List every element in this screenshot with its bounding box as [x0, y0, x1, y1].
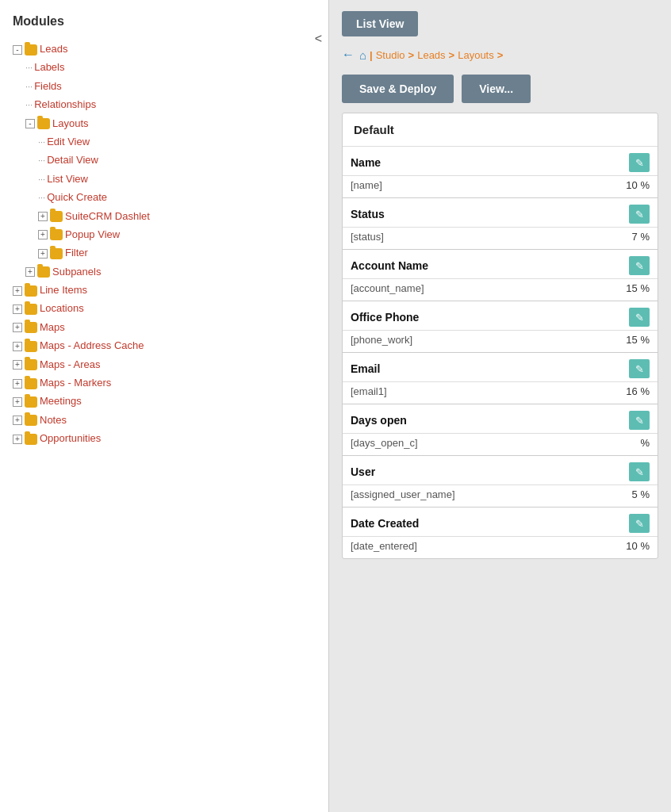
tree-item-maps-areas[interactable]: +Maps - Areas — [6, 355, 328, 373]
tree-label-detail-view[interactable]: Detail View — [47, 154, 98, 166]
tree-item-locations[interactable]: +Locations — [6, 299, 328, 317]
field-percent-account-name: 15 % — [626, 282, 650, 294]
field-key-email: [email1] — [351, 385, 387, 397]
expand-btn-suitecrm-dashlet[interactable]: + — [38, 212, 48, 221]
field-edit-button-name[interactable]: ✎ — [629, 153, 650, 172]
tree-label-labels[interactable]: Labels — [34, 61, 64, 73]
tree-item-maps[interactable]: +Maps — [6, 318, 328, 336]
tree-label-maps-markers[interactable]: Maps - Markers — [40, 377, 111, 389]
tree-item-opportunities[interactable]: +Opportunities — [6, 429, 328, 447]
expand-btn-layouts[interactable]: - — [25, 119, 35, 128]
tree-item-edit-view[interactable]: ···Edit View — [6, 132, 328, 151]
tree-label-maps-address-cache[interactable]: Maps - Address Cache — [40, 339, 144, 351]
connector-relationships: ··· — [25, 98, 33, 113]
tree-item-notes[interactable]: +Notes — [6, 411, 328, 429]
tree-item-detail-view[interactable]: ···Detail View — [6, 151, 328, 169]
tree-item-filter[interactable]: +Filter — [6, 243, 328, 262]
breadcrumb-leads[interactable]: Leads — [417, 49, 445, 61]
field-edit-button-status[interactable]: ✎ — [629, 205, 650, 224]
expand-btn-meetings[interactable]: + — [13, 397, 22, 407]
tree-label-list-view[interactable]: List View — [47, 173, 88, 185]
tree-label-popup-view[interactable]: Popup View — [65, 228, 120, 240]
expand-btn-popup-view[interactable]: + — [38, 230, 48, 239]
expand-btn-line-items[interactable]: + — [13, 286, 22, 296]
tree-item-quick-create[interactable]: ···Quick Create — [6, 188, 328, 206]
field-label-email: Email — [351, 362, 380, 375]
breadcrumb-home-button[interactable]: ⌂ — [359, 48, 366, 62]
expand-btn-notes[interactable]: + — [13, 416, 22, 425]
sidebar: < Modules -Leads···Labels···Fields···Rel… — [0, 0, 329, 812]
tree-label-subpanels[interactable]: Subpanels — [52, 266, 101, 278]
tree-item-fields[interactable]: ···Fields — [6, 77, 328, 95]
tree-label-maps-areas[interactable]: Maps - Areas — [40, 358, 101, 370]
tree-label-meetings[interactable]: Meetings — [40, 395, 82, 407]
tree-label-suitecrm-dashlet[interactable]: SuiteCRM Dashlet — [65, 210, 150, 222]
field-edit-button-date-created[interactable]: ✎ — [629, 514, 650, 533]
tree-label-locations[interactable]: Locations — [40, 302, 84, 314]
tree-label-fields[interactable]: Fields — [34, 80, 62, 92]
tree-item-line-items[interactable]: +Line Items — [6, 281, 328, 299]
expand-btn-filter[interactable]: + — [38, 249, 48, 259]
field-header-office-phone: Office Phone ✎ — [343, 301, 658, 331]
tree-item-maps-address-cache[interactable]: +Maps - Address Cache — [6, 336, 328, 354]
tree-item-list-view[interactable]: ···List View — [6, 170, 328, 188]
tree-label-layouts[interactable]: Layouts — [52, 117, 89, 129]
field-edit-button-account-name[interactable]: ✎ — [629, 256, 650, 275]
expand-btn-subpanels[interactable]: + — [25, 267, 35, 277]
tree-label-line-items[interactable]: Line Items — [40, 284, 87, 296]
tree-item-maps-markers[interactable]: +Maps - Markers — [6, 373, 328, 392]
tree-item-labels[interactable]: ···Labels — [6, 58, 328, 76]
folder-icon-popup-view — [50, 229, 63, 240]
tree-label-quick-create[interactable]: Quick Create — [47, 191, 107, 203]
field-label-date-created: Date Created — [351, 517, 419, 530]
list-view-tab[interactable]: List View — [342, 11, 418, 36]
field-edit-button-days-open[interactable]: ✎ — [629, 411, 650, 430]
tree-item-relationships[interactable]: ···Relationships — [6, 95, 328, 113]
save-deploy-button[interactable]: Save & Deploy — [342, 75, 454, 103]
field-key-name: [name] — [351, 179, 382, 191]
field-edit-button-user[interactable]: ✎ — [629, 462, 650, 481]
view-button[interactable]: View... — [462, 75, 531, 103]
field-row-days-open: Days open ✎ [days_open_c] % — [343, 404, 658, 456]
tree-label-notes[interactable]: Notes — [40, 414, 67, 426]
expand-btn-maps[interactable]: + — [13, 323, 22, 332]
sidebar-collapse-button[interactable]: < — [315, 32, 322, 46]
expand-btn-leads[interactable]: - — [13, 45, 22, 55]
breadcrumb-studio[interactable]: Studio — [376, 49, 405, 61]
tree-label-relationships[interactable]: Relationships — [34, 98, 96, 110]
action-bar: Save & Deploy View... — [329, 70, 671, 113]
field-percent-date-created: 10 % — [626, 540, 650, 552]
field-header-account-name: Account Name ✎ — [343, 250, 658, 279]
connector-quick-create: ··· — [38, 190, 45, 206]
tree-label-opportunities[interactable]: Opportunities — [40, 432, 101, 444]
tree-item-popup-view[interactable]: +Popup View — [6, 225, 328, 243]
tree-item-meetings[interactable]: +Meetings — [6, 392, 328, 410]
tree-label-filter[interactable]: Filter — [65, 247, 88, 259]
tree-label-edit-view[interactable]: Edit View — [47, 136, 90, 147]
field-edit-button-office-phone[interactable]: ✎ — [629, 308, 650, 327]
tree-item-layouts[interactable]: -Layouts — [6, 114, 328, 132]
expand-btn-opportunities[interactable]: + — [13, 435, 22, 444]
breadcrumb-back-button[interactable]: ← — [342, 48, 355, 62]
field-row-status: Status ✎ [status] 7 % — [343, 198, 658, 250]
field-label-office-phone: Office Phone — [351, 311, 419, 324]
field-edit-button-email[interactable]: ✎ — [629, 359, 650, 378]
field-key-user: [assigned_user_name] — [351, 488, 455, 500]
field-percent-status: 7 % — [632, 231, 650, 243]
sidebar-tree: -Leads···Labels···Fields···Relationships… — [0, 36, 328, 812]
folder-icon-opportunities — [25, 434, 37, 445]
expand-btn-maps-markers[interactable]: + — [13, 379, 22, 389]
expand-btn-locations[interactable]: + — [13, 304, 22, 314]
field-key-days-open: [days_open_c] — [351, 437, 418, 449]
connector-fields: ··· — [25, 79, 33, 95]
tree-item-subpanels[interactable]: +Subpanels — [6, 262, 328, 281]
expand-btn-maps-address-cache[interactable]: + — [13, 342, 22, 351]
expand-btn-maps-areas[interactable]: + — [13, 360, 22, 370]
tree-label-maps[interactable]: Maps — [40, 321, 65, 333]
tree-item-suitecrm-dashlet[interactable]: +SuiteCRM Dashlet — [6, 207, 328, 225]
breadcrumb-layouts[interactable]: Layouts — [458, 49, 494, 61]
tree-item-leads[interactable]: -Leads — [6, 40, 328, 58]
field-percent-user: 5 % — [632, 488, 650, 500]
tree-label-leads[interactable]: Leads — [40, 43, 67, 55]
folder-icon-locations — [25, 304, 37, 315]
